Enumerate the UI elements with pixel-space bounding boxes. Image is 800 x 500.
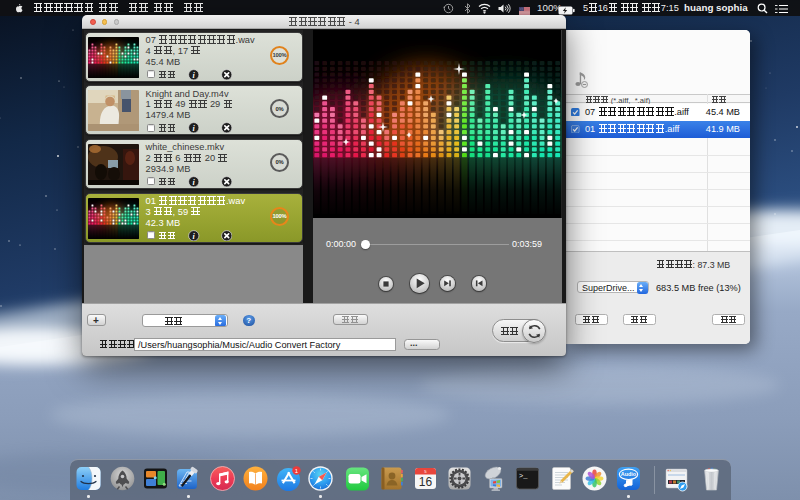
svg-text:16: 16 (418, 474, 432, 488)
svg-text:>_: >_ (519, 471, 528, 479)
svg-text:Audio: Audio (621, 471, 637, 477)
